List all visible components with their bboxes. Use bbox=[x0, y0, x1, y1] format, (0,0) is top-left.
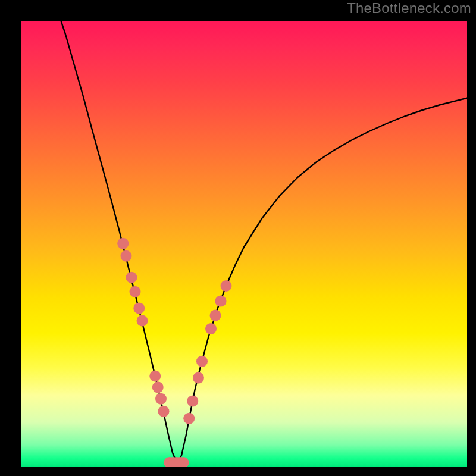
left-arm-dots-dot bbox=[117, 238, 129, 249]
right-arm-dots-dot bbox=[187, 396, 198, 407]
plot-area bbox=[21, 21, 467, 467]
left-arm-dots-dot bbox=[121, 250, 132, 262]
left-arm-dots-dot bbox=[130, 286, 141, 298]
watermark-text: TheBottleneck.com bbox=[347, 0, 471, 17]
frame: TheBottleneck.com bbox=[0, 0, 476, 476]
left-arm-dots-dot bbox=[158, 406, 170, 417]
left-arm-dots-dot bbox=[152, 381, 164, 393]
plot-svg bbox=[21, 21, 467, 467]
left-arm-dots-dot bbox=[155, 393, 167, 405]
right-arm-dots-dot bbox=[221, 280, 232, 292]
dots-group bbox=[117, 238, 231, 467]
left-arm-dots-dot bbox=[137, 315, 148, 327]
right-arm-dots-dot bbox=[205, 323, 217, 334]
left-arm-dots-dot bbox=[126, 272, 137, 283]
right-arm-dots-dot bbox=[196, 356, 208, 367]
right-arm-dots-dot bbox=[193, 372, 204, 384]
left-arm-dots-dot bbox=[149, 371, 161, 382]
right-arm-dots-dot bbox=[183, 413, 195, 424]
left-arm-dots-dot bbox=[133, 303, 145, 314]
right-arm-dots-dot bbox=[215, 296, 227, 307]
right-arm-dots-dot bbox=[210, 310, 221, 321]
